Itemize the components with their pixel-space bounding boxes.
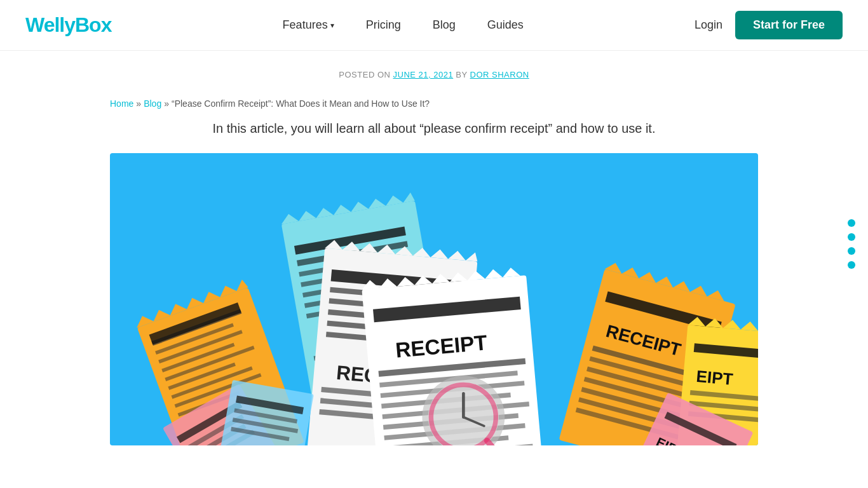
- breadcrumb-separator-1: »: [136, 98, 141, 109]
- article-intro: In this article, you will learn all abou…: [110, 119, 758, 138]
- nav-guides[interactable]: Guides: [487, 18, 524, 32]
- breadcrumb: Home » Blog » “Please Confirm Receipt”: …: [110, 98, 758, 109]
- sidebar-dots: [848, 219, 855, 269]
- sidebar-dot-3[interactable]: [848, 247, 855, 255]
- sidebar-dot-2[interactable]: [848, 233, 855, 241]
- receipt-illustration: RECEIPT RECEIPT: [110, 153, 758, 445]
- main-content: POSTED ON JUNE 21, 2021 BY DOR SHARON Ho…: [85, 51, 783, 445]
- main-nav: Features ▾ Pricing Blog Guides: [283, 18, 524, 32]
- login-button[interactable]: Login: [695, 18, 722, 32]
- nav-pricing[interactable]: Pricing: [366, 18, 401, 32]
- site-header: WellyBox Features ▾ Pricing Blog Guides …: [0, 0, 868, 51]
- logo[interactable]: WellyBox: [25, 13, 111, 37]
- start-for-free-button[interactable]: Start for Free: [735, 11, 843, 39]
- svg-text:EIPT: EIPT: [696, 367, 734, 389]
- sidebar-dot-4[interactable]: [848, 261, 855, 269]
- nav-blog[interactable]: Blog: [433, 18, 456, 32]
- breadcrumb-blog[interactable]: Blog: [144, 98, 161, 109]
- sidebar-dot-1[interactable]: [848, 219, 855, 227]
- breadcrumb-home[interactable]: Home: [110, 98, 133, 109]
- breadcrumb-current: “Please Confirm Receipt”: What Does it M…: [172, 98, 430, 109]
- post-date[interactable]: JUNE 21, 2021: [393, 70, 454, 79]
- nav-features[interactable]: Features ▾: [283, 18, 334, 32]
- hero-image: RECEIPT RECEIPT: [110, 153, 758, 445]
- post-author[interactable]: DOR SHARON: [470, 70, 529, 79]
- chevron-down-icon: ▾: [330, 21, 334, 30]
- post-meta: POSTED ON JUNE 21, 2021 BY DOR SHARON: [110, 51, 758, 92]
- breadcrumb-separator-2: »: [164, 98, 169, 109]
- header-actions: Login Start for Free: [695, 11, 843, 39]
